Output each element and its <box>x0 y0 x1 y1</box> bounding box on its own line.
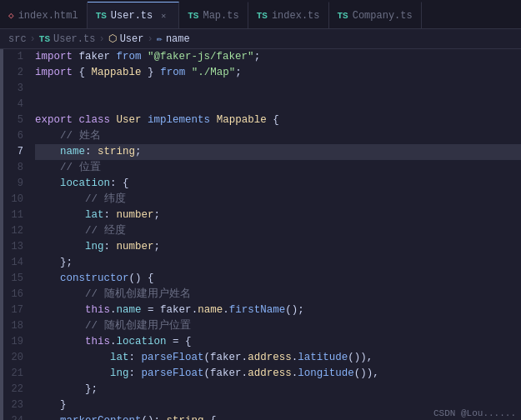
code-line-1: import faker from "@faker-js/faker"; <box>35 49 521 65</box>
html-icon: ◇ <box>8 10 14 21</box>
line-numbers: 1 2 3 4 5 6 7 8 9 10 11 12 13 14 15 16 1… <box>0 49 32 420</box>
code-line-13: lng: number; <box>35 239 521 255</box>
code-line-21: lng: parseFloat(faker.address.longitude(… <box>35 366 521 382</box>
ln-16: 16 <box>7 287 23 302</box>
ln-24: 24 <box>7 413 23 420</box>
code-line-10: // 纬度 <box>35 192 521 208</box>
ts-icon-user: TS <box>96 11 107 21</box>
gutter-indicator <box>0 49 3 420</box>
code-line-7: name: string; <box>35 144 521 160</box>
ln-4: 4 <box>7 97 23 112</box>
ln-22: 22 <box>7 382 23 398</box>
ln-8: 8 <box>7 160 23 176</box>
breadcrumb-name: name <box>166 33 190 45</box>
code-line-20: lat: parseFloat(faker.address.latitude()… <box>35 350 521 366</box>
breadcrumb-sep-3: › <box>147 33 153 45</box>
ln-12: 12 <box>7 223 23 239</box>
ts-icon-map: TS <box>188 11 198 21</box>
ln-5: 5 <box>7 112 23 128</box>
tab-label-map-ts: Map.ts <box>203 10 238 22</box>
tab-index-html[interactable]: ◇ index.html <box>0 2 88 28</box>
breadcrumb-prop-icon: ✏ <box>157 32 163 45</box>
breadcrumb-src: src <box>8 33 27 45</box>
code-line-5: export class User implements Mappable { <box>35 112 521 128</box>
code-line-6: // 姓名 <box>35 128 521 144</box>
tab-index-ts[interactable]: TS index.ts <box>248 2 329 28</box>
breadcrumb-class-icon: ⬡ <box>108 32 117 45</box>
tab-map-ts[interactable]: TS Map.ts <box>179 2 248 28</box>
tab-label-user-ts: User.ts <box>111 10 153 22</box>
tab-label-index-html: index.html <box>18 10 78 22</box>
code-line-9: location: { <box>35 176 521 192</box>
code-line-19: this.location = { <box>35 334 521 350</box>
ln-7: 7 <box>7 144 23 160</box>
tab-label-index-ts: index.ts <box>272 10 320 22</box>
ln-14: 14 <box>7 255 23 271</box>
ln-3: 3 <box>7 81 23 97</box>
ts-icon-index: TS <box>257 11 268 21</box>
code-line-3 <box>35 81 521 97</box>
breadcrumb-sep-1: › <box>30 33 36 45</box>
ln-6: 6 <box>7 128 23 144</box>
code-line-18: // 随机创建用户位置 <box>35 318 521 334</box>
ln-21: 21 <box>7 366 23 382</box>
code-line-12: // 经度 <box>35 223 521 239</box>
ln-23: 23 <box>7 398 23 413</box>
code-area[interactable]: import faker from "@faker-js/faker"; imp… <box>32 49 521 420</box>
breadcrumb: src › TS User.ts › ⬡ User › ✏ name <box>0 29 521 49</box>
watermark: CSDN @Lou...... <box>433 408 516 418</box>
ln-17: 17 <box>7 302 23 318</box>
breadcrumb-user-ts: User.ts <box>53 33 95 45</box>
ln-13: 13 <box>7 239 23 255</box>
code-line-11: lat: number; <box>35 208 521 223</box>
tab-label-company-ts: Company.ts <box>353 10 413 22</box>
breadcrumb-sep-2: › <box>98 33 104 45</box>
code-line-4 <box>35 97 521 112</box>
ln-18: 18 <box>7 318 23 334</box>
tab-bar: ◇ index.html TS User.ts ✕ TS Map.ts TS i… <box>0 0 521 29</box>
ln-11: 11 <box>7 208 23 223</box>
code-line-22: }; <box>35 382 521 398</box>
ln-15: 15 <box>7 271 23 287</box>
ln-9: 9 <box>7 176 23 192</box>
code-line-17: this.name = faker.name.firstName(); <box>35 302 521 318</box>
code-line-16: // 随机创建用户姓名 <box>35 287 521 302</box>
tab-close-user-ts[interactable]: ✕ <box>157 9 170 22</box>
editor: 1 2 3 4 5 6 7 8 9 10 11 12 13 14 15 16 1… <box>0 49 521 420</box>
code-line-15: constructor() { <box>35 271 521 287</box>
ln-19: 19 <box>7 334 23 350</box>
breadcrumb-user: User <box>120 33 144 45</box>
breadcrumb-ts-icon: TS <box>39 34 50 44</box>
tab-company-ts[interactable]: TS Company.ts <box>329 2 422 28</box>
ln-10: 10 <box>7 192 23 208</box>
ln-1: 1 <box>7 49 23 65</box>
ln-2: 2 <box>7 65 23 81</box>
code-line-2: import { Mappable } from "./Map"; <box>35 65 521 81</box>
code-line-14: }; <box>35 255 521 271</box>
tab-user-ts[interactable]: TS User.ts ✕ <box>88 2 180 28</box>
ln-20: 20 <box>7 350 23 366</box>
ts-icon-company: TS <box>338 11 348 21</box>
code-line-8: // 位置 <box>35 160 521 176</box>
